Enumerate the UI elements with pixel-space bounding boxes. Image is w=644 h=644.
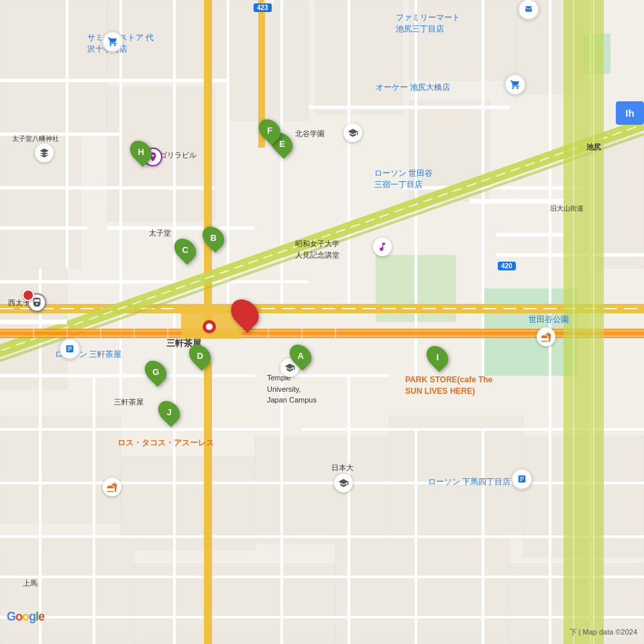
place-icon-park-store xyxy=(537,327,555,346)
marker-G[interactable]: G xyxy=(146,360,165,384)
svg-rect-18 xyxy=(255,436,389,543)
svg-rect-5 xyxy=(0,0,107,134)
user-avatar[interactable]: Ih xyxy=(616,101,644,125)
marker-F[interactable]: F xyxy=(260,118,279,142)
marker-H[interactable]: H xyxy=(131,140,150,164)
marker-B[interactable]: B xyxy=(204,225,223,250)
road-badge-423: 423 xyxy=(254,3,272,12)
shop-icon-lawson2[interactable] xyxy=(511,468,533,490)
svg-rect-12 xyxy=(409,0,517,80)
place-icon-nihon xyxy=(334,474,353,492)
place-icon-showa xyxy=(373,237,392,256)
shop-icon-lawson1[interactable] xyxy=(59,338,80,360)
shop-icon-summit[interactable] xyxy=(102,31,123,52)
svg-rect-86 xyxy=(564,0,604,644)
map-container[interactable]: 423 423 420 サミットストア 代沢十字路店 ファミリーマート池尻三丁目… xyxy=(0,0,644,644)
svg-rect-19 xyxy=(389,416,523,537)
svg-rect-10 xyxy=(228,0,309,121)
marker-main[interactable] xyxy=(233,298,257,329)
svg-rect-21 xyxy=(0,537,134,644)
marker-I[interactable]: I xyxy=(428,345,447,369)
svg-point-94 xyxy=(206,323,213,330)
map-svg: 423 xyxy=(0,0,644,644)
map-attribution: 下 | Map data ©2024 xyxy=(570,627,637,637)
road-badge-420: 420 xyxy=(498,262,516,270)
marker-D[interactable]: D xyxy=(191,343,209,368)
marker-C[interactable]: C xyxy=(176,237,195,262)
marker-A[interactable]: A xyxy=(291,343,310,368)
station-marker-nishi xyxy=(22,289,34,301)
place-icon-hokutani xyxy=(343,123,362,142)
svg-rect-11 xyxy=(315,0,402,114)
place-icon-shrine xyxy=(35,144,54,162)
place-icon-los-tacos xyxy=(103,478,121,496)
google-logo: Google xyxy=(7,610,44,624)
svg-rect-16 xyxy=(0,416,121,523)
shop-icon-oke[interactable] xyxy=(504,74,526,95)
marker-J[interactable]: J xyxy=(160,400,178,424)
